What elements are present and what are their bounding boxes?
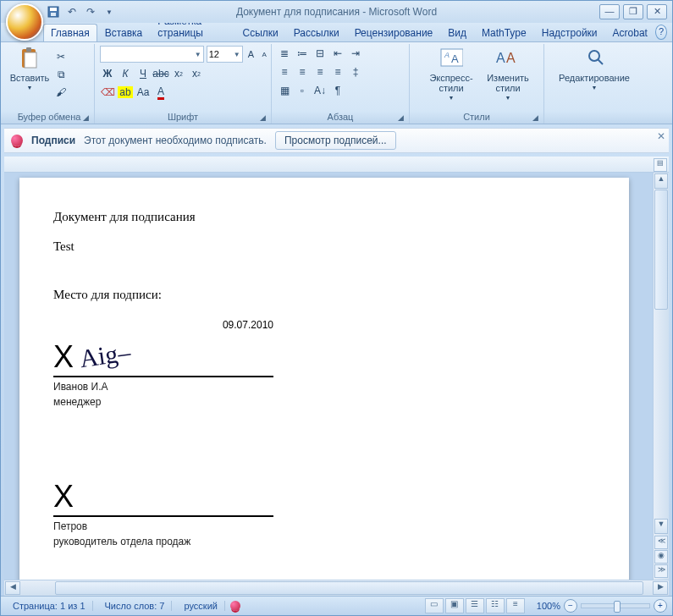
align-left-icon[interactable]: ≡ [277,64,292,80]
change-styles-label: Изменить стили [487,73,529,93]
show-marks-icon[interactable]: ¶ [330,83,345,98]
scroll-thumb[interactable] [654,190,668,310]
status-bar: Страница: 1 из 1 Число слов: 7 русский ▭… [1,596,672,615]
paste-button[interactable]: Вставить ▼ [8,46,52,95]
font-dialog-icon[interactable]: ◢ [260,113,266,122]
tab-addins[interactable]: Надстройки [534,24,605,41]
document-page[interactable]: Документ для подписания Test Место для п… [19,178,629,580]
tab-review[interactable]: Рецензирование [347,24,441,41]
tab-view[interactable]: Вид [440,24,474,41]
view-draft-icon[interactable]: ≡ [506,598,525,613]
restore-button[interactable]: ❐ [623,4,643,19]
office-button[interactable] [6,3,43,41]
shading-icon[interactable]: ▦ [277,83,292,98]
clipboard-dialog-icon[interactable]: ◢ [83,113,89,122]
scroll-left-icon[interactable]: ◀ [5,581,20,595]
strike-icon[interactable]: abc [153,66,168,81]
bold-icon[interactable]: Ж [100,66,115,81]
italic-icon[interactable]: К [118,66,133,81]
view-web-icon[interactable]: ☰ [466,598,484,613]
zoom-slider[interactable] [581,603,650,608]
vertical-scrollbar[interactable]: ▲ ▼ ≪ ◉ ≫ [653,173,669,580]
horizontal-scrollbar[interactable]: ◀ ▶ [4,580,669,596]
tab-home[interactable]: Главная [43,24,97,41]
cut-icon[interactable]: ✂ [53,49,69,64]
view-outline-icon[interactable]: ☷ [486,598,505,613]
tab-references[interactable]: Ссылки [235,24,286,41]
change-styles-button[interactable]: AA Изменить стили ▼ [483,46,533,105]
zoom-out-button[interactable]: − [564,599,577,613]
shrink-font-icon[interactable]: A [259,47,269,62]
prev-page-icon[interactable]: ≪ [654,536,668,549]
view-print-layout-icon[interactable]: ▭ [425,598,444,613]
view-fullscreen-icon[interactable]: ▣ [445,598,464,613]
change-case-icon[interactable]: Aa [135,85,151,100]
signature-image: Aig– [78,338,132,373]
styles-dialog-icon[interactable]: ◢ [532,113,538,122]
font-family-combo[interactable]: ▼ [100,46,204,63]
status-language[interactable]: русский [177,601,224,611]
hscroll-thumb[interactable] [55,581,643,595]
borders-icon[interactable]: ▫ [295,83,310,98]
ruler-toggle-icon[interactable]: ▤ [654,158,667,172]
editing-button[interactable]: Редактирование ▼ [550,46,638,95]
tab-mailings[interactable]: Рассылки [286,24,347,41]
view-signatures-button[interactable]: Просмотр подписей... [275,131,396,150]
msgbar-close-icon[interactable]: ✕ [657,130,665,142]
sort-icon[interactable]: A↓ [312,83,328,98]
format-painter-icon[interactable]: 🖌 [53,85,69,100]
ribbon: Вставить ▼ ✂ ⧉ 🖌 Буфер обмена◢ ▼ 12▼ A [1,42,672,124]
font-size-combo[interactable]: 12▼ [207,46,243,63]
zoom-in-button[interactable]: + [654,599,667,613]
styles-group-label: Стили [463,112,490,122]
zoom-value[interactable]: 100% [537,601,560,611]
grow-font-icon[interactable]: A [245,47,257,62]
browse-object-icon[interactable]: ◉ [654,550,668,564]
minimize-button[interactable]: — [599,4,620,19]
quick-styles-label: Экспресс-стили [422,73,481,93]
numbering-icon[interactable]: ≔ [295,46,310,61]
status-words[interactable]: Число слов: 7 [98,601,173,611]
signer1-name: Иванов И.А [53,381,273,393]
bullets-icon[interactable]: ≣ [277,46,292,61]
scroll-down-icon[interactable]: ▼ [654,519,668,534]
help-button[interactable]: ? [655,25,667,40]
quick-styles-button[interactable]: AA Экспресс-стили ▼ [420,46,483,105]
horizontal-ruler[interactable]: ▤ [4,157,669,173]
scroll-right-icon[interactable]: ▶ [653,581,668,595]
group-font: ▼ 12▼ A A Ж К Ч abc x2 x2 ⌫ [95,44,272,124]
superscript-icon[interactable]: x2 [189,66,204,81]
save-icon[interactable] [47,5,60,19]
tab-mathtype[interactable]: MathType [474,24,534,41]
multilevel-icon[interactable]: ⊟ [312,46,328,61]
scroll-up-icon[interactable]: ▲ [654,173,668,189]
tab-acrobat[interactable]: Acrobat [605,24,655,41]
signature-block-2[interactable]: X Петров руководитель отдела продаж [53,476,273,547]
signature-icon [11,135,23,146]
zoom-control: 100% − + [537,599,667,613]
align-center-icon[interactable]: ≡ [295,64,310,80]
status-page[interactable]: Страница: 1 из 1 [6,601,93,611]
clear-format-icon[interactable]: ⌫ [100,85,115,100]
justify-icon[interactable]: ≡ [330,64,345,80]
font-group-label: Шрифт [168,112,198,122]
line-spacing-icon[interactable]: ‡ [348,64,363,80]
redo-icon[interactable]: ↷ [84,5,97,19]
subscript-icon[interactable]: x2 [171,66,186,81]
word-window: ↶ ↷ ▼ Документ для подписания - Microsof… [0,0,673,616]
align-right-icon[interactable]: ≡ [312,64,328,80]
signature-block-1[interactable]: X Aig– Иванов И.А менеджер [53,336,273,408]
qat-dropdown-icon[interactable]: ▼ [102,5,116,19]
copy-icon[interactable]: ⧉ [53,67,69,82]
font-color-icon[interactable]: A [153,85,168,100]
highlight-icon[interactable]: ab [118,85,133,100]
increase-indent-icon[interactable]: ⇥ [348,46,363,61]
status-signature-icon[interactable] [230,601,240,611]
undo-icon[interactable]: ↶ [65,5,79,19]
tab-insert[interactable]: Вставка [97,24,151,41]
close-button[interactable]: ✕ [647,4,667,19]
underline-icon[interactable]: Ч [135,66,151,81]
next-page-icon[interactable]: ≫ [654,564,668,578]
decrease-indent-icon[interactable]: ⇤ [330,46,345,61]
paragraph-dialog-icon[interactable]: ◢ [398,113,404,122]
